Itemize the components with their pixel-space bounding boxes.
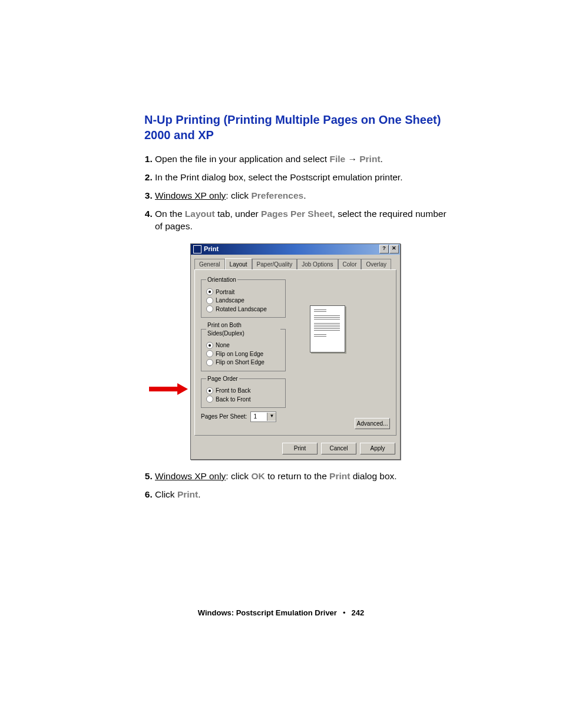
radio-label: Flip on Short Edge (216, 358, 265, 367)
arrow-sep: → (345, 154, 359, 164)
radio-duplex-none[interactable]: None (206, 341, 280, 350)
pps-field-label: Pages Per Sheet: (201, 413, 247, 421)
xp-only-5: Windows XP only (155, 471, 226, 481)
radio-icon (206, 387, 213, 394)
radio-icon (206, 350, 213, 357)
pps-select[interactable]: 1 ▼ (250, 411, 276, 422)
step-6-end: . (198, 489, 200, 499)
step-4-a: On the (155, 209, 185, 219)
orientation-legend: Orientation (206, 276, 237, 284)
help-button[interactable]: ? (379, 245, 389, 253)
xp-only-3: Windows XP only (155, 190, 226, 200)
print-button[interactable]: Print (282, 443, 318, 454)
tab-job-options[interactable]: Job Options (297, 259, 338, 271)
dialog-screenshot: Print ? ✕ General Layout Paper/Quality J… (190, 243, 456, 460)
duplex-group: Print on Both Sides(Duplex) None Flip on… (201, 321, 286, 371)
print-dialog: Print ? ✕ General Layout Paper/Quality J… (190, 243, 401, 460)
step-5: Windows XP only: click OK to return to t… (155, 470, 456, 483)
radio-icon (206, 359, 213, 366)
footer-section: Windows: Postscript Emulation Driver (198, 608, 337, 617)
radio-label: Rotated Landscape (216, 305, 267, 314)
radio-flip-short[interactable]: Flip on Short Edge (206, 358, 280, 367)
dialog-button-row: Print Cancel Apply (191, 439, 400, 459)
apply-button[interactable]: Apply (360, 443, 395, 454)
pps-value: 1 (251, 413, 267, 421)
steps-list: Open the file in your application and se… (144, 153, 456, 500)
radio-label: Back to Front (216, 396, 250, 404)
tab-row: General Layout Paper/Quality Job Options… (191, 255, 400, 270)
step-4-b: tab, under (215, 209, 261, 219)
chevron-down-icon: ▼ (267, 413, 276, 421)
preferences-label: Preferences (251, 190, 303, 200)
cancel-button[interactable]: Cancel (321, 443, 356, 454)
page-order-group: Page Order Front to Back Back to Front (201, 375, 286, 409)
tab-panel-layout: Orientation Portrait Landscape Rotated L… (194, 269, 396, 436)
tab-general[interactable]: General (194, 259, 225, 271)
radio-label: Landscape (216, 297, 244, 305)
page-order-legend: Page Order (206, 375, 239, 383)
tab-layout[interactable]: Layout (225, 258, 252, 270)
step-6-a: Click (155, 489, 177, 499)
radio-flip-long[interactable]: Flip on Long Edge (206, 350, 280, 358)
menu-file: File (329, 154, 345, 164)
page-preview (310, 305, 345, 353)
tab-overlay[interactable]: Overlay (361, 259, 391, 271)
step-4: On the Layout tab, under Pages Per Sheet… (155, 208, 456, 460)
print-dialog-icon (193, 245, 201, 253)
radio-icon (206, 305, 213, 312)
step-1: Open the file in your application and se… (155, 153, 456, 166)
radio-icon (206, 342, 213, 349)
radio-back-to-front[interactable]: Back to Front (206, 396, 280, 404)
callout-arrow-icon (149, 384, 188, 394)
step-5-mid: : click (226, 471, 251, 481)
close-button[interactable]: ✕ (389, 245, 399, 253)
step-2: In the Print dialog box, select the Post… (155, 172, 456, 184)
titlebar[interactable]: Print ? ✕ (191, 244, 400, 255)
step-5-end: dialog box. (350, 471, 396, 481)
advanced-button[interactable]: Advanced... (355, 418, 390, 430)
layout-label: Layout (185, 209, 215, 219)
footer-separator: • (343, 608, 346, 617)
radio-front-to-back[interactable]: Front to Back (206, 387, 280, 395)
radio-icon (206, 396, 213, 403)
dialog-title: Print (204, 245, 219, 253)
tab-paper-quality[interactable]: Paper/Quality (252, 259, 297, 271)
print-label-6: Print (177, 489, 198, 499)
radio-label: None (216, 341, 230, 350)
radio-label: Flip on Long Edge (216, 350, 263, 358)
radio-rotated-landscape[interactable]: Rotated Landscape (206, 305, 280, 314)
radio-label: Portrait (216, 288, 234, 297)
tab-color[interactable]: Color (338, 259, 362, 271)
radio-icon (206, 288, 213, 295)
radio-label: Front to Back (216, 387, 250, 395)
pps-label-text: Pages Per Sheet (261, 209, 332, 219)
page-heading: N-Up Printing (Printing Multiple Pages o… (144, 112, 456, 143)
menu-print: Print (359, 154, 380, 164)
step-1-end: . (381, 154, 383, 164)
step-3-mid: : click (226, 190, 251, 200)
footer-page-number: 242 (351, 608, 364, 617)
ok-label: OK (251, 471, 265, 481)
step-1-text-a: Open the file in your application and se… (155, 154, 329, 164)
orientation-group: Orientation Portrait Landscape Rotated L… (201, 276, 286, 318)
radio-landscape[interactable]: Landscape (206, 297, 280, 305)
radio-icon (206, 297, 213, 304)
radio-portrait[interactable]: Portrait (206, 288, 280, 297)
step-5-b: to return to the (265, 471, 329, 481)
pages-per-sheet-row: Pages Per Sheet: 1 ▼ (201, 411, 289, 422)
page-footer: Windows: Postscript Emulation Driver•242 (0, 608, 562, 617)
print-label-5: Print (329, 471, 350, 481)
step-3: Windows XP only: click Preferences. (155, 190, 456, 202)
duplex-legend: Print on Both Sides(Duplex) (206, 321, 280, 337)
step-3-end: . (303, 190, 306, 200)
step-6: Click Print. (155, 489, 456, 501)
